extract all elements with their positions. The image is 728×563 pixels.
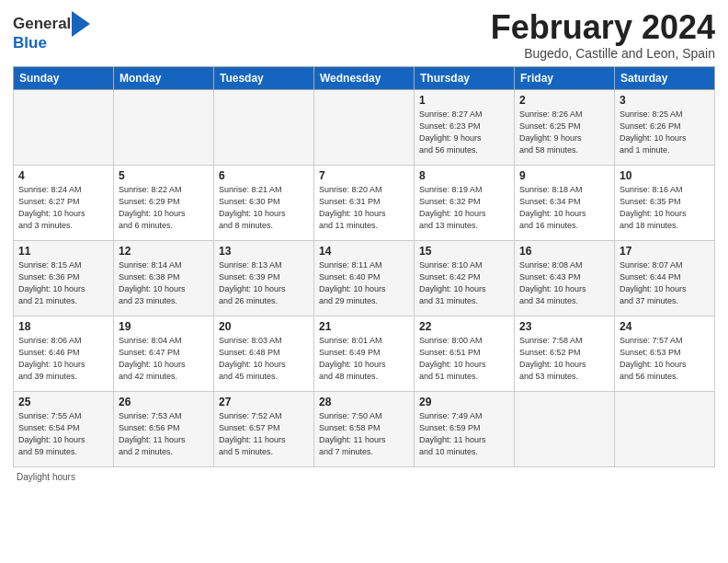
- day-number: 8: [419, 169, 509, 182]
- calendar-cell: 13Sunrise: 8:13 AM Sunset: 6:39 PM Dayli…: [214, 240, 314, 316]
- column-header-thursday: Thursday: [415, 66, 515, 89]
- day-number: 25: [18, 396, 108, 408]
- day-number: 29: [419, 396, 509, 408]
- footer-label: Daylight hours: [17, 472, 75, 482]
- day-info: Sunrise: 8:00 AM Sunset: 6:51 PM Dayligh…: [419, 335, 509, 383]
- calendar-cell: [114, 89, 214, 165]
- day-number: 4: [18, 169, 108, 182]
- calendar-cell: 16Sunrise: 8:08 AM Sunset: 6:43 PM Dayli…: [515, 240, 615, 316]
- calendar-cell: 7Sunrise: 8:20 AM Sunset: 6:31 PM Daylig…: [314, 165, 415, 240]
- day-info: Sunrise: 7:49 AM Sunset: 6:59 PM Dayligh…: [419, 410, 509, 458]
- day-info: Sunrise: 8:07 AM Sunset: 6:44 PM Dayligh…: [620, 259, 710, 307]
- calendar-cell: [615, 391, 715, 466]
- week-row-4: 18Sunrise: 8:06 AM Sunset: 6:46 PM Dayli…: [14, 316, 715, 391]
- calendar-cell: 1Sunrise: 8:27 AM Sunset: 6:23 PM Daylig…: [415, 89, 515, 165]
- day-info: Sunrise: 7:52 AM Sunset: 6:57 PM Dayligh…: [219, 410, 309, 458]
- logo-triangle-icon: [72, 11, 90, 37]
- calendar-cell: [214, 89, 314, 165]
- calendar-cell: 10Sunrise: 8:16 AM Sunset: 6:35 PM Dayli…: [615, 165, 715, 240]
- day-number: 17: [620, 245, 710, 258]
- day-info: Sunrise: 8:04 AM Sunset: 6:47 PM Dayligh…: [119, 335, 209, 383]
- calendar-cell: 4Sunrise: 8:24 AM Sunset: 6:27 PM Daylig…: [14, 165, 114, 240]
- day-info: Sunrise: 7:50 AM Sunset: 6:58 PM Dayligh…: [319, 410, 409, 458]
- calendar-cell: 28Sunrise: 7:50 AM Sunset: 6:58 PM Dayli…: [314, 391, 415, 466]
- day-number: 22: [419, 320, 509, 333]
- day-number: 21: [319, 320, 409, 333]
- day-info: Sunrise: 8:19 AM Sunset: 6:32 PM Dayligh…: [419, 184, 509, 232]
- day-info: Sunrise: 8:25 AM Sunset: 6:26 PM Dayligh…: [620, 109, 710, 156]
- title-block: February 2024 Bugedo, Castille and Leon,…: [491, 9, 715, 61]
- svg-marker-0: [72, 11, 90, 37]
- day-number: 14: [319, 245, 409, 258]
- week-row-2: 4Sunrise: 8:24 AM Sunset: 6:27 PM Daylig…: [14, 165, 715, 240]
- day-info: Sunrise: 8:26 AM Sunset: 6:25 PM Dayligh…: [519, 109, 609, 156]
- day-info: Sunrise: 8:03 AM Sunset: 6:48 PM Dayligh…: [219, 335, 309, 383]
- day-info: Sunrise: 8:01 AM Sunset: 6:49 PM Dayligh…: [319, 335, 409, 383]
- calendar-cell: 25Sunrise: 7:55 AM Sunset: 6:54 PM Dayli…: [14, 391, 114, 466]
- day-number: 12: [119, 245, 209, 258]
- month-year-title: February 2024: [491, 9, 715, 46]
- day-info: Sunrise: 7:53 AM Sunset: 6:56 PM Dayligh…: [119, 410, 209, 458]
- day-number: 2: [519, 94, 609, 107]
- calendar-cell: 26Sunrise: 7:53 AM Sunset: 6:56 PM Dayli…: [114, 391, 214, 466]
- day-number: 10: [620, 169, 710, 182]
- day-number: 16: [519, 245, 609, 258]
- column-header-wednesday: Wednesday: [314, 66, 415, 89]
- calendar-cell: 15Sunrise: 8:10 AM Sunset: 6:42 PM Dayli…: [415, 240, 515, 316]
- day-number: 20: [219, 320, 309, 333]
- day-info: Sunrise: 8:06 AM Sunset: 6:46 PM Dayligh…: [18, 335, 108, 383]
- day-info: Sunrise: 7:58 AM Sunset: 6:52 PM Dayligh…: [519, 335, 609, 383]
- day-info: Sunrise: 8:13 AM Sunset: 6:39 PM Dayligh…: [219, 259, 309, 307]
- page: General Blue February 2024 Bugedo, Casti…: [0, 0, 728, 563]
- day-number: 28: [319, 396, 409, 408]
- calendar-cell: 14Sunrise: 8:11 AM Sunset: 6:40 PM Dayli…: [314, 240, 415, 316]
- calendar-table: SundayMondayTuesdayWednesdayThursdayFrid…: [13, 66, 715, 467]
- calendar-header-row: SundayMondayTuesdayWednesdayThursdayFrid…: [14, 66, 715, 89]
- day-number: 19: [119, 320, 209, 333]
- day-info: Sunrise: 8:20 AM Sunset: 6:31 PM Dayligh…: [319, 184, 409, 232]
- day-number: 6: [219, 169, 309, 182]
- column-header-sunday: Sunday: [14, 66, 114, 89]
- day-number: 7: [319, 169, 409, 182]
- calendar-cell: 29Sunrise: 7:49 AM Sunset: 6:59 PM Dayli…: [415, 391, 515, 466]
- day-info: Sunrise: 8:08 AM Sunset: 6:43 PM Dayligh…: [519, 259, 609, 307]
- day-info: Sunrise: 8:15 AM Sunset: 6:36 PM Dayligh…: [18, 259, 108, 307]
- footer: Daylight hours: [13, 472, 715, 482]
- calendar-cell: 8Sunrise: 8:19 AM Sunset: 6:32 PM Daylig…: [415, 165, 515, 240]
- day-info: Sunrise: 7:57 AM Sunset: 6:53 PM Dayligh…: [620, 335, 710, 383]
- day-info: Sunrise: 8:21 AM Sunset: 6:30 PM Dayligh…: [219, 184, 309, 232]
- calendar-cell: 20Sunrise: 8:03 AM Sunset: 6:48 PM Dayli…: [214, 316, 314, 391]
- week-row-3: 11Sunrise: 8:15 AM Sunset: 6:36 PM Dayli…: [14, 240, 715, 316]
- day-info: Sunrise: 8:24 AM Sunset: 6:27 PM Dayligh…: [18, 184, 108, 232]
- logo-general: General: [13, 15, 71, 32]
- day-number: 18: [18, 320, 108, 333]
- column-header-tuesday: Tuesday: [214, 66, 314, 89]
- calendar-cell: [515, 391, 615, 466]
- calendar-cell: 24Sunrise: 7:57 AM Sunset: 6:53 PM Dayli…: [615, 316, 715, 391]
- header: General Blue February 2024 Bugedo, Casti…: [13, 9, 715, 61]
- day-number: 27: [219, 396, 309, 408]
- day-info: Sunrise: 8:14 AM Sunset: 6:38 PM Dayligh…: [119, 259, 209, 307]
- day-number: 3: [620, 94, 710, 107]
- day-info: Sunrise: 8:27 AM Sunset: 6:23 PM Dayligh…: [419, 109, 509, 156]
- calendar-cell: 22Sunrise: 8:00 AM Sunset: 6:51 PM Dayli…: [415, 316, 515, 391]
- calendar-cell: 3Sunrise: 8:25 AM Sunset: 6:26 PM Daylig…: [615, 89, 715, 165]
- column-header-friday: Friday: [515, 66, 615, 89]
- day-info: Sunrise: 8:18 AM Sunset: 6:34 PM Dayligh…: [519, 184, 609, 232]
- calendar-cell: [314, 89, 415, 165]
- day-info: Sunrise: 7:55 AM Sunset: 6:54 PM Dayligh…: [18, 410, 108, 458]
- calendar-cell: 11Sunrise: 8:15 AM Sunset: 6:36 PM Dayli…: [14, 240, 114, 316]
- day-info: Sunrise: 8:22 AM Sunset: 6:29 PM Dayligh…: [119, 184, 209, 232]
- calendar-cell: 21Sunrise: 8:01 AM Sunset: 6:49 PM Dayli…: [314, 316, 415, 391]
- logo: General Blue: [13, 13, 90, 52]
- day-number: 11: [18, 245, 108, 258]
- calendar-cell: 5Sunrise: 8:22 AM Sunset: 6:29 PM Daylig…: [114, 165, 214, 240]
- calendar-cell: 23Sunrise: 7:58 AM Sunset: 6:52 PM Dayli…: [515, 316, 615, 391]
- calendar-cell: 17Sunrise: 8:07 AM Sunset: 6:44 PM Dayli…: [615, 240, 715, 316]
- calendar-cell: 9Sunrise: 8:18 AM Sunset: 6:34 PM Daylig…: [515, 165, 615, 240]
- day-number: 5: [119, 169, 209, 182]
- day-number: 1: [419, 94, 509, 107]
- column-header-saturday: Saturday: [615, 66, 715, 89]
- location-subtitle: Bugedo, Castille and Leon, Spain: [491, 46, 715, 61]
- day-number: 26: [119, 396, 209, 408]
